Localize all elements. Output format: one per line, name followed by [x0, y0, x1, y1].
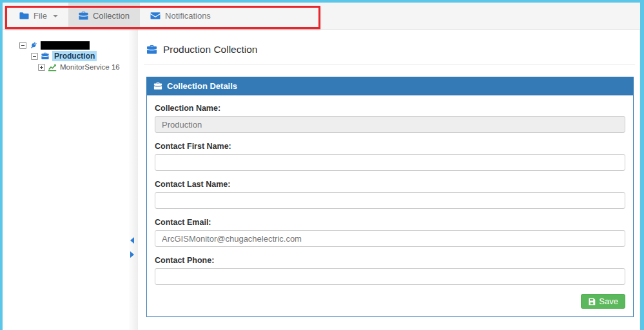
contact-last-name-input[interactable] — [155, 192, 625, 209]
collapse-toggle-icon[interactable] — [19, 42, 26, 49]
briefcase-icon — [146, 44, 157, 55]
save-button-label: Save — [599, 296, 618, 306]
contact-phone-label: Contact Phone: — [155, 256, 625, 265]
line-chart-icon — [48, 63, 57, 72]
menubar: File Collection Notifications — [3, 3, 640, 30]
page-title-text: Production Collection — [163, 44, 257, 55]
chevron-down-icon — [53, 15, 58, 17]
collection-details-panel: Collection Details Collection Name: Cont… — [146, 77, 634, 317]
menu-collection[interactable]: Collection — [68, 3, 140, 29]
menu-notifications[interactable]: Notifications — [140, 3, 221, 29]
connection-plug-icon — [30, 41, 37, 50]
folder-icon — [19, 11, 29, 21]
save-button[interactable]: Save — [581, 294, 625, 309]
save-floppy-icon — [588, 298, 596, 306]
contact-email-input[interactable] — [155, 230, 625, 247]
briefcase-icon — [153, 82, 162, 90]
tree-panel: Production MonitorService 16 — [3, 30, 129, 330]
collapse-toggle-icon[interactable] — [31, 53, 38, 60]
contact-first-name-label: Contact First Name: — [155, 142, 625, 151]
contact-phone-input[interactable] — [155, 268, 625, 285]
tree-node-production[interactable]: Production — [31, 51, 129, 61]
contact-phone-group: Contact Phone: — [155, 256, 625, 285]
tree-node-monitorservice[interactable]: MonitorService 16 — [38, 62, 129, 72]
tree-node-root[interactable] — [19, 40, 129, 50]
collection-name-input[interactable] — [155, 116, 625, 133]
save-row: Save — [155, 294, 625, 309]
expand-right-icon[interactable] — [130, 251, 134, 258]
page-title: Production Collection — [144, 44, 635, 55]
redacted-node-label — [41, 41, 90, 50]
briefcase-icon — [41, 52, 49, 60]
menu-file[interactable]: File — [9, 3, 68, 29]
collection-name-label: Collection Name: — [155, 104, 625, 113]
main-area: Production Collection Collection Details… — [138, 30, 640, 330]
contact-email-group: Contact Email: — [155, 218, 625, 247]
panel-header-title: Collection Details — [167, 81, 237, 91]
title-divider — [144, 64, 635, 65]
panel-body: Collection Name: Contact First Name: Con… — [147, 95, 633, 316]
menu-collection-label: Collection — [93, 11, 130, 21]
contact-email-label: Contact Email: — [155, 218, 625, 227]
app-content: File Collection Notifications — [3, 3, 640, 330]
envelope-icon — [150, 11, 161, 21]
tree-node-production-label: Production — [52, 51, 97, 61]
contact-last-name-group: Contact Last Name: — [155, 180, 625, 209]
panel-header: Collection Details — [147, 77, 633, 95]
splitter-arrows — [130, 237, 134, 258]
menu-file-label: File — [34, 11, 47, 21]
tree-node-monitorservice-label: MonitorService 16 — [60, 63, 120, 71]
briefcase-icon — [79, 11, 88, 21]
menu-notifications-label: Notifications — [165, 11, 211, 21]
contact-first-name-input[interactable] — [155, 154, 625, 171]
app-window: File Collection Notifications — [0, 0, 644, 330]
content-row: Production MonitorService 16 — [3, 30, 640, 330]
collection-name-group: Collection Name: — [155, 104, 625, 133]
contact-first-name-group: Contact First Name: — [155, 142, 625, 171]
collapse-left-icon[interactable] — [130, 237, 134, 244]
contact-last-name-label: Contact Last Name: — [155, 180, 625, 189]
expand-toggle-icon[interactable] — [38, 64, 45, 71]
panel-splitter[interactable] — [129, 30, 138, 330]
